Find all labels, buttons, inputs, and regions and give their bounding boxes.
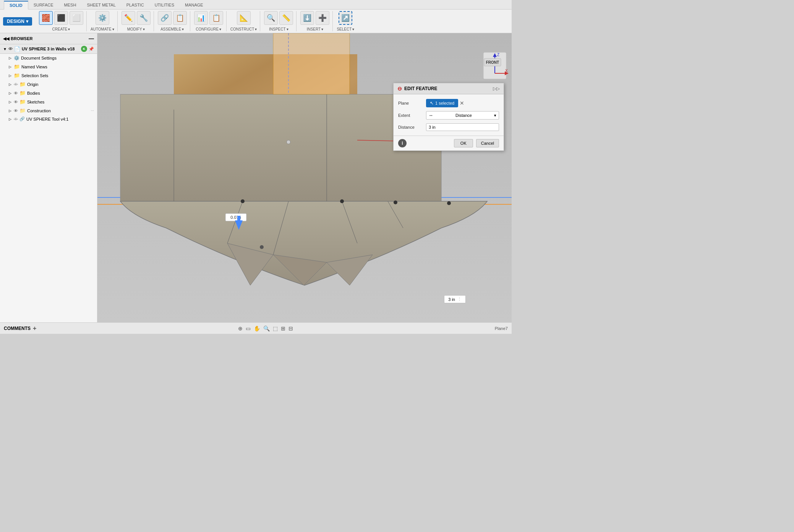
configure-icon-1[interactable]: 📊 <box>194 11 208 25</box>
search-tool-icon[interactable]: 🔍 <box>263 325 270 331</box>
sidebar-item-construction[interactable]: ▷ 👁 📁 Construction ··· <box>0 106 97 115</box>
sidebar-item-origin[interactable]: ▷ 👁 📁 Origin <box>0 80 97 89</box>
assemble-icons: 🔗 📋 <box>158 11 187 25</box>
tab-sheet-metal[interactable]: SHEET METAL <box>81 1 121 9</box>
construct-label[interactable]: CONSTRUCT ▾ <box>230 27 257 31</box>
insert-icon-1[interactable]: ⬇️ <box>300 11 314 25</box>
info-button[interactable]: i <box>398 139 407 147</box>
visibility-icon[interactable]: 👁 <box>14 100 18 104</box>
browser-header: ◀◀ BROWSER — <box>0 33 97 44</box>
origin-label: Origin <box>27 82 94 87</box>
configure-chevron: ▾ <box>219 27 221 31</box>
grid-tool-icon[interactable]: ⊞ <box>281 325 285 331</box>
expand-icon[interactable]: ▷ <box>8 91 12 95</box>
cancel-button[interactable]: Cancel <box>476 139 499 147</box>
tab-utilities[interactable]: UTILITIES <box>149 1 180 9</box>
tab-solid[interactable]: SOLID <box>4 1 28 10</box>
toolbar-group-automate: ⚙️ AUTOMATE ▾ <box>88 11 118 31</box>
expand-icon[interactable]: ▷ <box>8 65 12 69</box>
distance-input[interactable] <box>426 123 499 131</box>
ok-button[interactable]: OK <box>454 139 473 147</box>
inspect-label[interactable]: INSPECT ▾ <box>269 27 288 31</box>
create-icon-2[interactable]: ⬛ <box>54 11 68 25</box>
settings-gear-icon: ⚙️ <box>14 55 19 61</box>
construct-icon-1[interactable]: 📐 <box>237 11 251 25</box>
create-icon-3[interactable]: ⬜ <box>70 11 83 25</box>
design-button[interactable]: DESIGN ▾ <box>3 17 32 26</box>
tab-plastic[interactable]: PLASTIC <box>121 1 149 9</box>
distance-label: Distance <box>398 125 423 129</box>
sidebar-item-doc-settings[interactable]: ▷ ⚙️ Document Settings <box>0 54 97 62</box>
modify-label[interactable]: MODIFY ▾ <box>127 27 145 31</box>
sidebar-item-selection-sets[interactable]: ▷ 📁 Selection Sets <box>0 71 97 80</box>
design-label: DESIGN <box>7 19 24 24</box>
pan-tool-icon[interactable]: ✋ <box>254 325 260 331</box>
render-tool-icon[interactable]: ⊟ <box>288 325 293 331</box>
sidebar-item-bodies[interactable]: ▷ 👁 📁 Bodies <box>0 89 97 97</box>
configure-icon-2[interactable]: 📋 <box>209 11 223 25</box>
expand-icon[interactable]: ▷ <box>8 117 12 121</box>
design-arrow: ▾ <box>26 19 28 24</box>
plane-selected-button[interactable]: ↖ 1 selected <box>426 99 458 107</box>
expand-icon[interactable]: ▷ <box>8 56 12 60</box>
insert-icon-2[interactable]: ➕ <box>316 11 329 25</box>
extent-dropdown[interactable]: ↔ Distance ▾ <box>426 111 499 120</box>
sidebar-item-sketches[interactable]: ▷ 👁 📁 Sketches <box>0 97 97 106</box>
tab-manage[interactable]: MANAGE <box>180 1 209 9</box>
expand-icon[interactable]: ▷ <box>8 82 12 87</box>
configure-icons: 📊 📋 <box>194 11 223 25</box>
root-expand-icon[interactable]: ▼ <box>3 47 7 51</box>
create-icon-1[interactable]: 🧱 <box>39 11 53 25</box>
inspect-icon-2[interactable]: 📏 <box>279 11 293 25</box>
create-chevron: ▾ <box>68 27 70 31</box>
tab-surface[interactable]: SURFACE <box>28 1 59 9</box>
plane-selected-label: 1 selected <box>435 101 454 105</box>
browser-root-item[interactable]: ▼ 👁 📄 UV SPHERE 3 in Walls v18 K 📌 <box>0 44 97 54</box>
sidebar-item-named-views[interactable]: ▷ 📁 Named Views <box>0 62 97 71</box>
select-tool-icon[interactable]: ⬚ <box>273 325 278 331</box>
bottom-tools: ⊕ ▭ ✋ 🔍 ⬚ ⊞ ⊟ <box>238 325 293 331</box>
modify-icon-2[interactable]: 🔧 <box>137 11 151 25</box>
sidebar-item-uv-sphere-tool[interactable]: ▷ 👁 🔗 UV SPHERE Tool v4:1 <box>0 115 97 123</box>
select-label[interactable]: SELECT ▾ <box>337 27 354 31</box>
automate-label[interactable]: AUTOMATE ▾ <box>91 27 114 31</box>
viewport[interactable]: 0.076 Z X FRONT <box>97 33 512 322</box>
root-pin-icon[interactable]: 📌 <box>89 47 94 52</box>
extent-field-row: Extent ↔ Distance ▾ <box>398 111 499 120</box>
configure-label[interactable]: CONFIGURE ▾ <box>196 27 221 31</box>
visibility-icon[interactable]: 👁 <box>14 117 18 121</box>
assemble-icon-1[interactable]: 🔗 <box>158 11 172 25</box>
plane-clear-button[interactable]: ✕ <box>460 100 464 106</box>
named-views-label: Named Views <box>21 65 94 69</box>
display-tool-icon[interactable]: ▭ <box>246 325 251 331</box>
insert-label[interactable]: INSERT ▾ <box>307 27 324 31</box>
3d-scene: 0.076 Z X FRONT <box>97 33 512 322</box>
visibility-icon[interactable]: 👁 <box>14 108 18 113</box>
measure-options-icon[interactable]: ⋮ <box>457 297 462 302</box>
inspect-icon-1[interactable]: 🔍 <box>264 11 278 25</box>
expand-icon[interactable]: ▷ <box>8 73 12 78</box>
visibility-icon[interactable]: 👁 <box>14 82 18 87</box>
edit-feature-body: Plane ↖ 1 selected ✕ Extent ↔ <box>394 94 504 136</box>
assemble-icon-2[interactable]: 📋 <box>173 11 187 25</box>
assemble-label[interactable]: ASSEMBLE ▾ <box>160 27 184 31</box>
snap-tool-icon[interactable]: ⊕ <box>238 325 243 331</box>
svg-point-19 <box>394 201 397 204</box>
forward-button[interactable]: ▷▷ <box>493 86 500 91</box>
visibility-icon[interactable]: 👁 <box>8 47 13 51</box>
bodies-label: Bodies <box>27 91 94 95</box>
browser-collapse-icon[interactable]: ◀◀ <box>3 36 9 41</box>
select-icon-1[interactable]: ↗️ <box>339 11 352 25</box>
create-label[interactable]: CREATE ▾ <box>52 27 70 31</box>
construction-folder-icon: 📁 <box>19 108 26 113</box>
tab-row: SOLID SURFACE MESH SHEET METAL PLASTIC U… <box>0 0 512 10</box>
construction-label: Construction <box>27 108 89 113</box>
modify-icon-1[interactable]: ✏️ <box>122 11 135 25</box>
tab-mesh[interactable]: MESH <box>59 1 82 9</box>
expand-icon[interactable]: ▷ <box>8 108 12 113</box>
expand-icon[interactable]: ▷ <box>8 100 12 104</box>
visibility-icon[interactable]: 👁 <box>14 91 18 95</box>
automate-icon-1[interactable]: ⚙️ <box>96 11 109 25</box>
add-comment-button[interactable]: + <box>33 325 36 332</box>
browser-minimize-icon[interactable]: — <box>89 36 94 42</box>
